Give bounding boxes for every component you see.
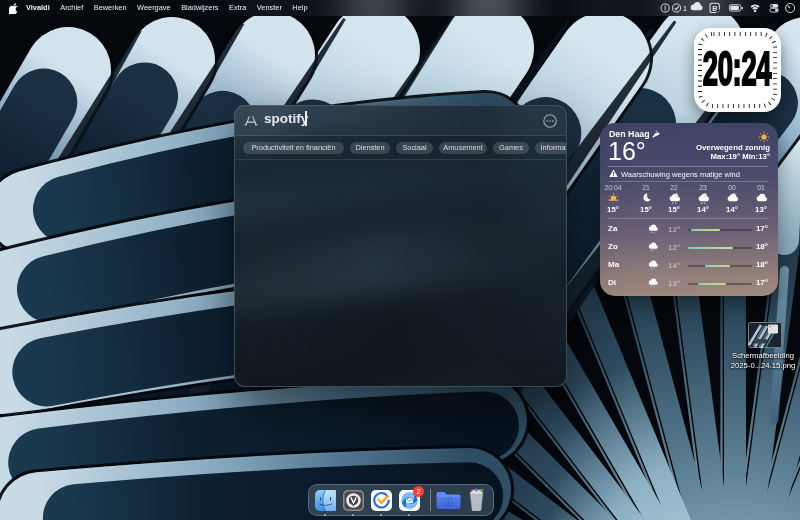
svg-text:1: 1 (683, 4, 688, 13)
